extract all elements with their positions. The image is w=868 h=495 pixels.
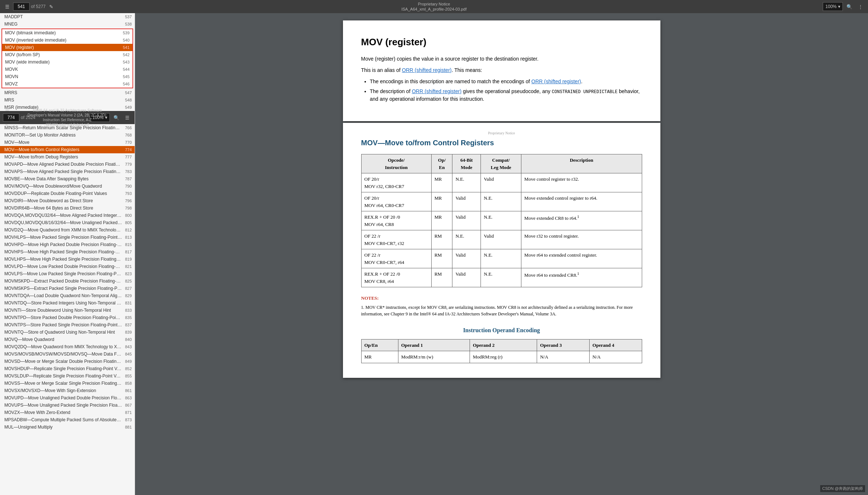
toc-item-movdqa[interactable]: MOVDQA,MOVDQU32/64—Move Aligned Packed I… [0, 212, 135, 219]
toc-item-movsx[interactable]: MOVSX/MOVSXD—Move With Sign-Extension 86… [0, 387, 135, 394]
toc-item-mov-sp[interactable]: MOV (to/from SP) 542 [2, 51, 132, 58]
toc-item-movddup[interactable]: MOVDDUP—Replicate Double Floating-Point … [0, 190, 135, 197]
toc-item-mul[interactable]: MUL—Unsigned Multiply 881 [0, 423, 135, 431]
arm-page-input[interactable]: 541 [13, 3, 30, 11]
toc-item-movbe[interactable]: MOVBE—Move Data After Swapping Bytes 787 [0, 175, 135, 183]
toc-item-movsldup[interactable]: MOVSLDUP—Replicate Single Precision Floa… [0, 372, 135, 380]
intel-pdf-page: Proprietary Notice MOV—Move to/from Cont… [343, 123, 660, 378]
operand-th-op4: Operand 4 [589, 339, 642, 351]
arm-bullet2-link[interactable]: ORR (shifted register) [412, 88, 462, 94]
toc-item-movs[interactable]: MOVS/MOVSB/MOVSW/MOVSD/MOVSQ—Move Data F… [0, 350, 135, 358]
operand-header-row: Op/En Operand 1 Operand 2 Operand 3 Oper… [361, 339, 642, 351]
toc-item-movn[interactable]: MOVN 545 [2, 73, 132, 80]
operand-th-op2: Operand 2 [470, 339, 537, 351]
arm-zoom[interactable]: 100% ▾ [823, 2, 843, 11]
toc-item-movq2dq[interactable]: MOVQ2DQ—Move Quadword from MMX Technolog… [0, 343, 135, 350]
toc-item-movups[interactable]: MOVUPS—Move Unaligned Packed Single Prec… [0, 402, 135, 409]
toc-item-movntpd[interactable]: MOVNTPD—Store Packed Double Precision Fl… [0, 314, 135, 321]
table-row: REX.R + OF 22 /0MOV CR8, r64 RM Valid N.… [361, 268, 642, 287]
intel-td-desc: Move r64 to extended CR8.1 [521, 268, 642, 287]
intel-edit-btn[interactable]: ✎ [3, 122, 11, 130]
toc-item-movq2[interactable]: MOVQ—Move Quadword 840 [0, 336, 135, 343]
toc-item-movdiri[interactable]: MOVDIRI—Move Doubleword as Direct Store … [0, 197, 135, 204]
toc-item-movz[interactable]: MOVZ 546 [2, 80, 132, 88]
main-area: MADDPT 537 MNEG 538 MOV (bitmask immedia… [0, 13, 868, 495]
toc-item-mov-debug[interactable]: MOV—Move to/from Debug Registers 777 [0, 153, 135, 161]
intel-notes-text: 1. MOV CR* instructions, except for MOV … [361, 304, 642, 317]
toc-item-movzx[interactable]: MOVZX—Move With Zero-Extend 871 [0, 409, 135, 416]
operand-th-op1: Operand 1 [398, 339, 470, 351]
table-row: MR ModRM:r/m (w) ModRM:reg (r) N/A N/A [361, 351, 642, 363]
table-row: OF 20/rMOV r32, CR0-CR7 MR N.E. Valid Mo… [361, 173, 642, 192]
toc-item-mov-inverted[interactable]: MOV (inverted wide immediate) 540 [2, 37, 132, 44]
toc-item-mov-control[interactable]: MOV—Move to/from Control Registers 774 [0, 146, 135, 153]
toc-item-mov-bitmask[interactable]: MOV (bitmask immediate) 539 [2, 29, 132, 37]
toc-item-movlpd[interactable]: MOVLPD—Move Low Packed Double Precision … [0, 263, 135, 270]
toc-item-movntq[interactable]: MOVNTQ—Store of Quadword Using Non-Tempo… [0, 329, 135, 336]
toc-item-mov-register[interactable]: MOV (register) 541 [2, 44, 132, 51]
arm-bullet1: The encodings in this description are na… [370, 78, 642, 85]
dual-pane: MOV (register) Move (register) copies th… [343, 20, 660, 488]
intel-th-64bit: 64-BitMode [452, 154, 481, 173]
toc-item-movlhps[interactable]: MOVLHPS—Move High Packed Single Precisio… [0, 256, 135, 263]
arm-description: Move (register) copies the value in a so… [361, 55, 642, 63]
toc-item-mrs[interactable]: MRS 548 [0, 96, 135, 104]
intel-td-desc: Move extended CR8 to r64.1 [521, 211, 642, 230]
arm-toolbar-right: 100% ▾ 🔍 ⋮ [823, 2, 865, 11]
intel-toolbar: ☰ of 2524 ✎ Intel® 64 and IA-32 Architec… [0, 111, 135, 124]
intel-th-desc: Description [521, 154, 642, 173]
toc-item-movdqu[interactable]: MOVDQU,MOVDQU8/16/32/64—Move Unaligned P… [0, 219, 135, 226]
arm-search-btn[interactable]: 🔍 [844, 3, 855, 11]
intel-instruction-table: Opcode/Instruction Op/En 64-BitMode Comp… [361, 154, 642, 287]
operand-td-op4: N/A [589, 351, 642, 363]
intel-td-desc: Move r32 to control register. [521, 230, 642, 249]
toc-item-movd2q[interactable]: MOVD2Q—Move Quadword from XMM to MMX Tec… [0, 226, 135, 234]
toc-item-movnti[interactable]: MOVNTI—Store Doubleword Using Non-Tempor… [0, 307, 135, 314]
intel-doc-title-line1: Intel® 64 and IA-32 Architectures Softwa… [27, 108, 108, 122]
toc-item-movupd[interactable]: MOVUPD—Move Unaligned Packed Double Prec… [0, 394, 135, 402]
arm-sidebar-toggle[interactable]: ☰ [3, 3, 12, 11]
operand-th-open: Op/En [361, 339, 398, 351]
arm-bullet1-link[interactable]: ORR (shifted register) [531, 78, 581, 84]
toc-item-mrrs[interactable]: MRRS 547 [0, 89, 135, 96]
toc-item-movmskps[interactable]: MOVMSKPS—Extract Packed Single Precision… [0, 285, 135, 292]
toc-item-movntps[interactable]: MOVNTPS—Store Packed Single Precision Fl… [0, 321, 135, 329]
intel-td-opcode: OF 22 /rMOV CR0-CR7, r32 [361, 230, 431, 249]
intel-search-btn[interactable]: 🔍 [111, 114, 121, 122]
toc-item-movshdup[interactable]: MOVSHDUP—Replicate Single Precision Floa… [0, 365, 135, 372]
operand-td-op1: ModRM:r/m (w) [398, 351, 470, 363]
toc-item-mov-move[interactable]: MOV—Move 770 [0, 139, 135, 146]
toc-item-movk[interactable]: MOVK 544 [2, 66, 132, 73]
toc-item-mpsadbw[interactable]: MPSADBW—Compute Multiple Packed Sums of … [0, 416, 135, 423]
arm-alias-link[interactable]: ORR (shifted register) [402, 67, 452, 73]
toc-item-movntdq[interactable]: MOVNTDQ—Store Packed Integers Using Non-… [0, 299, 135, 307]
intel-menu-btn[interactable]: ☰ [123, 114, 132, 122]
toc-item-movdir64b[interactable]: MOVDIR64B—Move 64 Bytes as Direct Store … [0, 204, 135, 212]
intel-td-opcode: REX.R + OF 22 /0MOV CR8, r64 [361, 268, 431, 287]
intel-td-open: MR [431, 192, 452, 211]
arm-edit-btn[interactable]: ✎ [47, 3, 55, 11]
toc-item-movapd[interactable]: MOVAPD—Move Aligned Packed Double Precis… [0, 161, 135, 168]
toc-item-movhlps[interactable]: MOVHLPS—Move Packed Single Precision Flo… [0, 234, 135, 241]
intel-td-open: RM [431, 230, 452, 249]
intel-page-input[interactable] [3, 114, 19, 122]
intel-th-opcode: Opcode/Instruction [361, 154, 431, 173]
toc-item-movhps[interactable]: MOVHPS—Move High Packed Single Precision… [0, 248, 135, 256]
toc-item-mov-wide[interactable]: MOV (wide immediate) 543 [2, 58, 132, 66]
arm-menu-btn[interactable]: ⋮ [856, 3, 865, 11]
toc-item-mneg[interactable]: MNEG 538 [0, 20, 135, 28]
toc-item-movmskpd[interactable]: MOVMSKPD—Extract Packed Double Precision… [0, 277, 135, 285]
toc-item-movq[interactable]: MOV/MOVQ—Move Doubleword/Move Quadword 7… [0, 183, 135, 190]
toc-item-maddpt[interactable]: MADDPT 537 [0, 13, 135, 20]
toc-item-movhpd[interactable]: MOVHPD—Move High Packed Double Precision… [0, 241, 135, 248]
toc-item-movntdqa[interactable]: MOVNTDQA—Load Double Quadword Non-Tempor… [0, 292, 135, 299]
toc-item-monitor[interactable]: MONITOR—Set Up Monitor Address 768 [0, 131, 135, 139]
toc-item-movaps[interactable]: MOVAPS—Move Aligned Packed Single Precis… [0, 168, 135, 175]
intel-operand-table: Op/En Operand 1 Operand 2 Operand 3 Oper… [361, 339, 642, 363]
toc-item-movsd[interactable]: MOVSD—Move or Merge Scalar Double Precis… [0, 358, 135, 365]
intel-sidebar-toggle[interactable]: ☰ [3, 105, 12, 114]
table-row: OF 22 /rMOV CR0-CR7, r64 RM Valid N.E. M… [361, 249, 642, 268]
toc-item-movlps[interactable]: MOVLPS—Move Low Packed Single Precision … [0, 270, 135, 277]
toc-item-movss[interactable]: MOVSS—Move or Merge Scalar Single Precis… [0, 380, 135, 387]
intel-td-opcode: REX.R + OF 20 /0MOV r64, CR8 [361, 211, 431, 230]
